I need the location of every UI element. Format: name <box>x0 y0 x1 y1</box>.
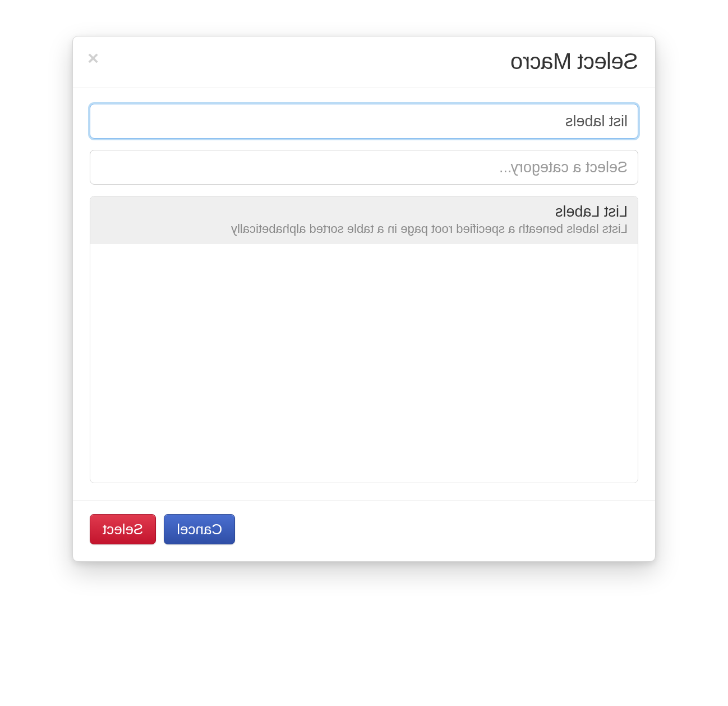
cancel-button[interactable]: Cancel <box>164 514 235 544</box>
result-item-title: List Labels <box>100 203 628 221</box>
modal-body: Select a category... List Labels Lists l… <box>73 88 655 500</box>
search-field <box>90 104 638 139</box>
result-item-description: Lists labels beneath a specified root pa… <box>100 222 628 236</box>
results-panel: List Labels Lists labels beneath a speci… <box>90 196 638 483</box>
category-field: Select a category... <box>90 150 638 185</box>
category-select[interactable]: Select a category... <box>90 150 638 185</box>
modal-title: Select Macro <box>90 49 638 74</box>
modal-footer: Cancel Select <box>73 500 655 561</box>
search-input[interactable] <box>90 104 638 139</box>
modal-header: Select Macro × <box>73 36 655 88</box>
close-button[interactable]: × <box>84 49 102 67</box>
close-icon: × <box>87 47 99 68</box>
select-macro-modal: Select Macro × Select a category... List… <box>72 36 656 562</box>
result-item[interactable]: List Labels Lists labels beneath a speci… <box>90 196 638 244</box>
select-button[interactable]: Select <box>90 514 156 544</box>
